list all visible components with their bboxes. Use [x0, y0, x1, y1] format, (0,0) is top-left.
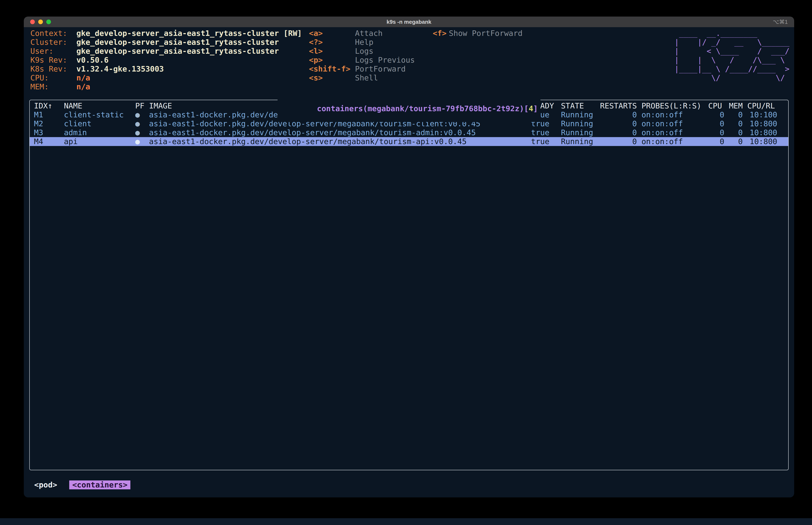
- info-row-mem: MEM: n/a: [30, 82, 302, 91]
- hotkey-menu-column-2: <f> Show PortForward: [433, 29, 522, 38]
- info-label: User:: [30, 47, 76, 56]
- k9s-ascii-logo: ____ __.________ | |/ _/ __ \______ | < …: [675, 29, 789, 82]
- cell-restarts: 0: [600, 128, 637, 137]
- cell-mem: 0: [729, 128, 743, 137]
- cell-name: client: [64, 119, 131, 128]
- cell-cpu-rl: 10:100: [747, 110, 777, 119]
- portforward-dot-icon: ●: [135, 137, 144, 146]
- cell-ready: true: [531, 137, 556, 146]
- panel-title-text: containers(megabank/tourism-79fb768bbc-2…: [317, 104, 529, 113]
- info-row-k9s-rev: K9s Rev: v0.50.6: [30, 56, 302, 64]
- hotkey-show-portforward: <f> Show PortForward: [433, 29, 522, 38]
- hotkey-key: <a>: [309, 29, 355, 38]
- cell-mem: 0: [729, 137, 743, 146]
- cluster-info: Context: gke_develop-server_asia-east1_r…: [30, 29, 302, 91]
- info-label: CPU:: [30, 73, 76, 82]
- terminal-window: k9s -n megabank ⌥⌘1 Context: gke_develop…: [24, 17, 794, 497]
- crumb-containers[interactable]: <containers>: [69, 480, 130, 489]
- cell-mem: 0: [729, 119, 743, 128]
- header-name: NAME: [64, 102, 131, 110]
- cell-restarts: 0: [600, 137, 637, 146]
- info-label: K9s Rev:: [30, 56, 76, 64]
- header-probes: PROBES(L:R:S): [641, 102, 704, 110]
- info-value: n/a: [76, 73, 90, 82]
- info-row-cluster: Cluster: gke_develop-server_asia-east1_r…: [30, 38, 302, 47]
- hotkey-label: Logs Previous: [355, 56, 415, 64]
- hotkey-key: <shift-f>: [309, 64, 355, 73]
- header-cpu: CPU: [708, 102, 724, 110]
- crumb-pod[interactable]: <pod>: [34, 480, 57, 489]
- container-row-selected[interactable]: M4 api ● asia-east1-docker.pkg.dev/devel…: [30, 137, 788, 146]
- cell-name: client-static: [64, 110, 131, 119]
- hotkey-label: Attach: [355, 29, 383, 38]
- cell-cpu: 0: [708, 137, 724, 146]
- hotkey-key: <l>: [309, 47, 355, 56]
- info-value: gke_develop-server_asia-east1_rytass-clu…: [76, 47, 279, 56]
- hotkey-key: <?>: [309, 38, 355, 47]
- window-titlebar[interactable]: k9s -n megabank ⌥⌘1: [24, 17, 794, 27]
- header-idx: IDX↑: [34, 102, 59, 110]
- header-mem: MEM: [729, 102, 743, 110]
- cell-name: api: [64, 137, 131, 146]
- cell-image: asia-east1-docker.pkg.dev/develop-server…: [149, 137, 527, 146]
- cell-cpu-rl: 10:800: [747, 137, 777, 146]
- cell-probes: on:on:off: [641, 128, 704, 137]
- cell-idx: M2: [34, 119, 59, 128]
- hotkey-key: <p>: [309, 56, 355, 64]
- hotkey-logs-previous: <p> Logs Previous: [309, 56, 415, 64]
- cell-state: Running: [561, 119, 596, 128]
- cell-probes: on:on:off: [641, 137, 704, 146]
- header-pf: PF: [135, 102, 144, 110]
- info-value: v0.50.6: [76, 56, 109, 64]
- cell-cpu-rl: 10:800: [747, 119, 777, 128]
- info-row-cpu: CPU: n/a: [30, 73, 302, 82]
- info-row-user: User: gke_develop-server_asia-east1_ryta…: [30, 47, 302, 56]
- portforward-dot-icon: ●: [135, 110, 144, 119]
- cell-mem: 0: [729, 110, 743, 119]
- close-button[interactable]: [30, 19, 35, 24]
- hotkey-label: Help: [355, 38, 373, 47]
- hotkey-help: <?> Help: [309, 38, 415, 47]
- header-restarts: RESTARTS: [600, 102, 637, 110]
- desktop-bottom-strip: [0, 518, 812, 525]
- hotkey-portforward: <shift-f> PortForward: [309, 64, 415, 73]
- info-label: MEM:: [30, 82, 76, 91]
- info-label: Cluster:: [30, 38, 76, 47]
- cell-idx: M3: [34, 128, 59, 137]
- cell-probes: on:on:off: [641, 110, 704, 119]
- hotkey-label: Show PortForward: [449, 29, 522, 38]
- cell-state: Running: [561, 128, 596, 137]
- cell-idx: M1: [34, 110, 59, 119]
- hotkey-key: <s>: [309, 73, 355, 82]
- cell-ready: true: [531, 128, 556, 137]
- header-cpu-rl: CPU/RL: [747, 102, 777, 110]
- cell-state: Running: [561, 110, 596, 119]
- minimize-button[interactable]: [38, 19, 43, 24]
- container-row[interactable]: M3 admin ● asia-east1-docker.pkg.dev/dev…: [30, 128, 788, 137]
- hotkey-key: <f>: [433, 29, 449, 38]
- info-value: v1.32.4-gke.1353003: [76, 64, 164, 73]
- info-value: gke_develop-server_asia-east1_rytass-clu…: [76, 29, 302, 38]
- k9s-header: Context: gke_develop-server_asia-east1_r…: [24, 29, 794, 91]
- hotkey-label: Shell: [355, 73, 378, 82]
- hotkey-label: PortForward: [355, 64, 405, 73]
- terminal-content: Context: gke_develop-server_asia-east1_r…: [24, 27, 794, 497]
- cell-cpu-rl: 10:800: [747, 128, 777, 137]
- info-label: K8s Rev:: [30, 64, 76, 73]
- panel-title-close: ]: [533, 104, 538, 113]
- window-title: k9s -n megabank: [387, 19, 431, 25]
- hotkey-label: Logs: [355, 47, 373, 56]
- cell-restarts: 0: [600, 110, 637, 119]
- info-row-k8s-rev: K8s Rev: v1.32.4-gke.1353003: [30, 64, 302, 73]
- cell-cpu: 0: [708, 110, 724, 119]
- cell-name: admin: [64, 128, 131, 137]
- window-shortcut-badge: ⌥⌘1: [773, 19, 788, 25]
- panel-title: containers(megabank/tourism-79fb768bbc-2…: [278, 95, 541, 122]
- hotkey-menu-column-1: <a> Attach <?> Help <l> Logs <p> Logs Pr…: [309, 29, 415, 82]
- containers-panel: containers(megabank/tourism-79fb768bbc-2…: [29, 100, 789, 470]
- panel-item-count: 4: [529, 104, 533, 113]
- cell-image: asia-east1-docker.pkg.dev/develop-server…: [149, 128, 527, 137]
- header-state: STATE: [561, 102, 596, 110]
- portforward-dot-icon: ●: [135, 119, 144, 128]
- zoom-button[interactable]: [46, 19, 51, 24]
